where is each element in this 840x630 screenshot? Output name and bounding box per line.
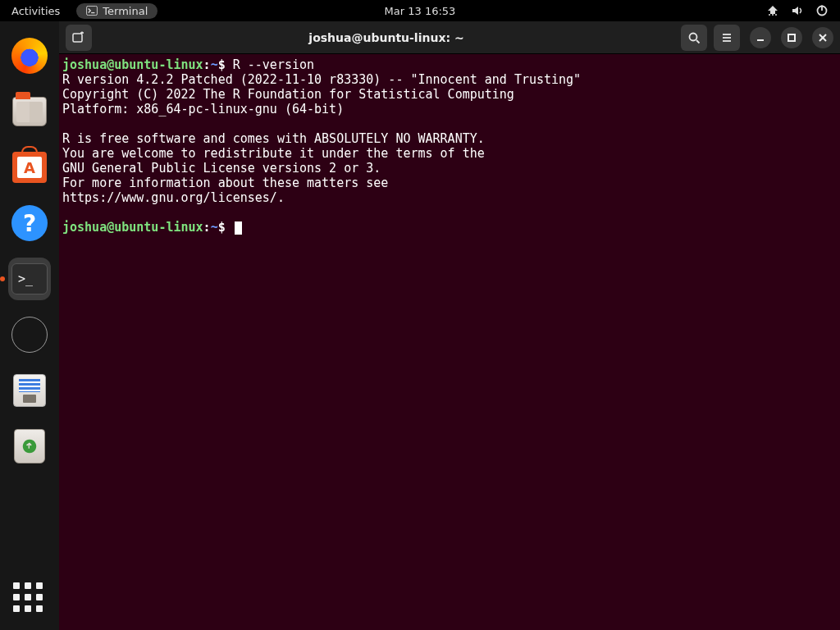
dock-item-files[interactable] [8,90,51,133]
svg-point-3 [772,14,774,16]
dock: ? >_ [0,21,59,630]
dock-item-help[interactable]: ? [8,202,51,244]
prompt-sep: : [203,220,211,235]
prompt-dollar: $ [218,57,233,72]
prompt-user: joshua@ubuntu-linux [62,220,203,235]
svg-line-11 [696,40,700,43]
firefox-icon [11,38,48,74]
prompt-sep: : [203,57,211,72]
system-tray[interactable] [766,4,840,17]
svg-rect-0 [87,6,98,15]
terminal-app-icon: >_ [11,263,48,294]
show-applications-button[interactable] [13,582,46,615]
files-icon [12,97,47,126]
current-app-pill[interactable]: Terminal [76,3,158,19]
trash-icon [14,429,45,463]
activities-button[interactable]: Activities [0,5,71,17]
top-panel: Activities Terminal Mar 13 16:53 [0,0,840,21]
current-app-label: Terminal [103,5,148,17]
hamburger-menu-button[interactable] [714,25,740,51]
new-tab-button[interactable] [66,25,92,51]
clock[interactable]: Mar 13 16:53 [385,5,456,17]
prompt-path: ~ [211,57,218,72]
command-text: R --version [233,57,314,72]
terminal-window: joshua@ubuntu-linux: ~ joshua@ubuntu-lin… [59,21,840,630]
dock-item-trash[interactable] [8,425,51,468]
network-icon [766,4,779,17]
window-title: joshua@ubuntu-linux: ~ [98,31,674,44]
power-icon [815,4,829,17]
svg-rect-16 [788,34,795,41]
cursor [235,221,242,235]
command-output: R version 4.2.2 Patched (2022-11-10 r833… [62,72,581,205]
desktop: joshua@ubuntu-linux: ~ joshua@ubuntu-lin… [59,21,840,630]
minimize-button[interactable] [750,27,771,48]
prompt-path: ~ [211,220,218,235]
volume-icon [791,4,804,17]
dock-item-screenshot[interactable] [8,369,51,412]
software-icon [12,152,47,183]
dock-item-terminal[interactable]: >_ [8,258,51,300]
svg-point-4 [775,14,777,16]
terminal-body[interactable]: joshua@ubuntu-linux:~$ R --version R ver… [59,54,840,630]
close-button[interactable] [812,27,833,48]
search-button[interactable] [681,25,707,51]
help-icon: ? [11,205,48,241]
titlebar: joshua@ubuntu-linux: ~ [59,21,840,54]
dock-item-disk[interactable] [8,313,51,356]
prompt-user: joshua@ubuntu-linux [62,57,203,72]
svg-point-2 [769,14,770,16]
dock-item-software[interactable] [8,146,51,189]
screenshot-icon [13,374,46,407]
svg-rect-7 [73,34,82,42]
maximize-button[interactable] [781,27,802,48]
dock-item-firefox[interactable] [8,34,51,77]
disk-icon [11,317,48,353]
svg-point-10 [690,33,697,40]
terminal-icon [86,6,98,16]
prompt-dollar: $ [218,220,233,235]
